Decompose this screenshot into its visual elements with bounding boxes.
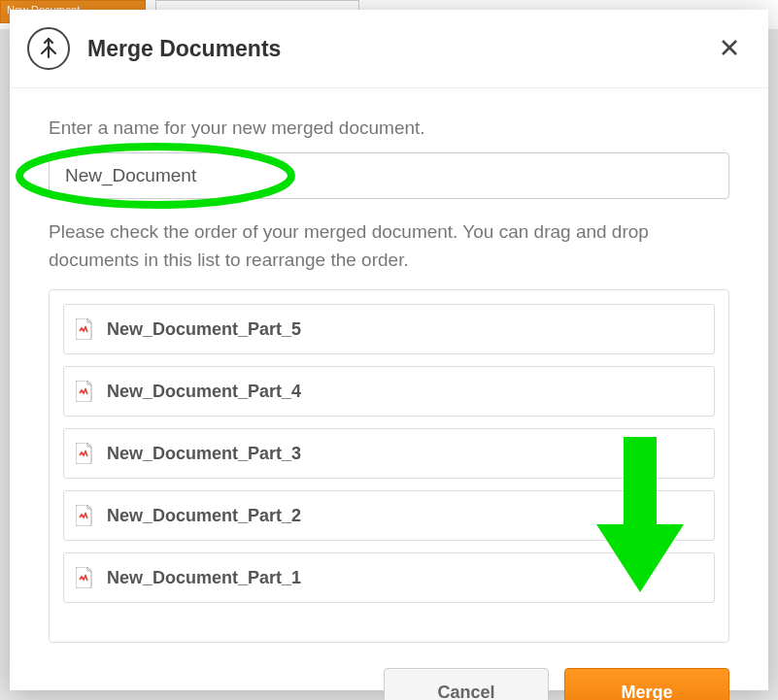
document-order-list: New_Document_Part_5 New_Document_Part_4 … <box>49 289 729 643</box>
doc-name-label: New_Document_Part_4 <box>107 382 301 402</box>
dialog-body: Enter a name for your new merged documen… <box>10 88 768 652</box>
pdf-file-icon <box>76 381 93 402</box>
merge-icon <box>27 27 70 70</box>
doc-name-label: New_Document_Part_1 <box>107 568 301 588</box>
dialog-title: Merge Documents <box>87 36 716 62</box>
list-item[interactable]: New_Document_Part_1 <box>63 552 715 603</box>
list-item[interactable]: New_Document_Part_2 <box>63 490 715 541</box>
dialog-footer: Cancel Merge <box>10 652 768 700</box>
doc-name-label: New_Document_Part_3 <box>107 444 301 464</box>
close-icon[interactable] <box>716 31 743 66</box>
dialog-header: Merge Documents <box>10 10 768 88</box>
list-item[interactable]: New_Document_Part_4 <box>63 366 715 417</box>
cancel-button[interactable]: Cancel <box>384 668 549 700</box>
merge-documents-dialog: Merge Documents Enter a name for your ne… <box>10 10 768 690</box>
list-item[interactable]: New_Document_Part_5 <box>63 304 715 354</box>
pdf-file-icon <box>76 567 93 588</box>
merge-button[interactable]: Merge <box>564 668 729 700</box>
doc-name-label: New_Document_Part_5 <box>107 319 301 340</box>
pdf-file-icon <box>76 318 93 340</box>
pdf-file-icon <box>76 443 93 464</box>
name-prompt-label: Enter a name for your new merged documen… <box>49 117 729 139</box>
doc-name-label: New_Document_Part_2 <box>107 506 301 526</box>
list-item[interactable]: New_Document_Part_3 <box>63 428 715 479</box>
order-prompt-label: Please check the order of your merged do… <box>49 218 729 274</box>
merged-name-input[interactable] <box>49 152 729 199</box>
pdf-file-icon <box>76 505 93 526</box>
